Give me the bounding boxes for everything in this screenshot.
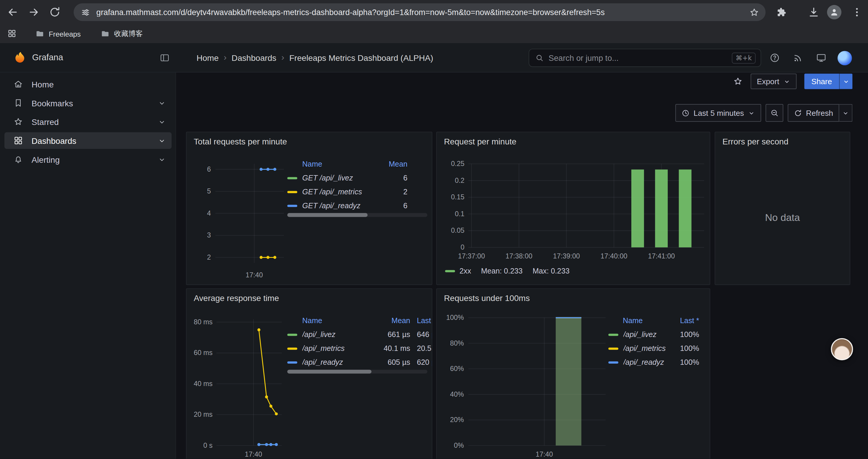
- dashboard-canvas: Export Share Last 5 minutes: [176, 72, 868, 459]
- series-stat: Mean: 0.233: [481, 267, 523, 275]
- bookmark-item[interactable]: Freeleaps: [31, 27, 85, 41]
- svg-text:0%: 0%: [454, 441, 464, 449]
- display-icon[interactable]: [816, 53, 827, 63]
- star-icon: [733, 76, 743, 87]
- chart-request-per-minute[interactable]: 0.250.20.150.10.05017:37:0017:38:0017:39…: [437, 132, 710, 285]
- legend-scrollbar[interactable]: [287, 213, 427, 217]
- news-rss-icon[interactable]: [793, 53, 803, 63]
- legend-col-header[interactable]: Last *: [410, 316, 432, 325]
- apps-shortcut-icon[interactable]: [7, 29, 17, 38]
- legend-row[interactable]: /api/_livez100%: [608, 328, 699, 341]
- extensions-icon[interactable]: [777, 7, 787, 17]
- zoom-out-button[interactable]: [766, 104, 783, 122]
- breadcrumb-dashboards[interactable]: Dashboards: [231, 53, 277, 62]
- browser-back-icon[interactable]: [6, 6, 19, 18]
- legend-scrollbar[interactable]: [287, 370, 427, 374]
- downloads-icon[interactable]: [808, 6, 820, 18]
- bell-icon: [13, 155, 23, 165]
- legend-inline[interactable]: 2xxMean: 0.233Max: 0.233: [445, 267, 569, 275]
- scrollbar-thumb[interactable]: [287, 213, 368, 217]
- legend-row[interactable]: GET /api/_metrics2: [287, 185, 407, 199]
- chevron-down-icon: [842, 109, 849, 117]
- browser-forward-icon[interactable]: [28, 6, 40, 18]
- svg-text:17:40: 17:40: [246, 271, 263, 279]
- chevron-down-icon: [843, 78, 850, 85]
- bookmark-label: 收藏博客: [114, 29, 143, 39]
- grafana-logo[interactable]: [13, 51, 27, 65]
- bookmark-icon: [13, 98, 23, 108]
- refresh-button[interactable]: Refresh: [788, 104, 839, 122]
- svg-text:6: 6: [207, 165, 211, 173]
- share-button[interactable]: Share: [804, 73, 839, 89]
- legend-col-header[interactable]: Mean: [379, 160, 407, 168]
- assistant-avatar[interactable]: [831, 338, 853, 360]
- panel-title[interactable]: Errors per second: [715, 132, 850, 151]
- legend-row[interactable]: /api/_metrics40.1 ms20.5 ms: [287, 341, 432, 355]
- svg-text:2: 2: [207, 254, 211, 261]
- sidebar-item-label: Home: [32, 79, 54, 89]
- sidebar-item-alerting[interactable]: Alerting: [4, 151, 172, 168]
- svg-text:4: 4: [207, 209, 211, 217]
- site-info-icon[interactable]: [81, 7, 90, 17]
- help-icon[interactable]: [769, 53, 780, 63]
- svg-text:80 ms: 80 ms: [194, 318, 213, 326]
- search-icon: [535, 54, 544, 62]
- sidebar-toggle-icon[interactable]: [159, 53, 170, 63]
- search-placeholder: Search or jump to...: [549, 54, 732, 62]
- breadcrumb-home[interactable]: Home: [196, 53, 219, 62]
- sidebar-item-home[interactable]: Home: [4, 76, 172, 93]
- search-input[interactable]: Search or jump to... ⌘+k: [529, 49, 761, 67]
- series-swatch: [287, 204, 297, 206]
- user-avatar[interactable]: [838, 51, 852, 65]
- panel-total-requests-per-minute: Total requests per minute 6543217:40 Nam…: [186, 132, 433, 285]
- browser-reload-icon[interactable]: [49, 6, 61, 18]
- url-bar[interactable]: grafana.mathmast.com/d/deytv4rwavabkb/fr…: [73, 3, 766, 21]
- series-value: 620 µs: [410, 358, 432, 366]
- apps-grid-icon: [13, 136, 23, 145]
- series-swatch: [608, 347, 618, 350]
- bookmark-star-icon[interactable]: [749, 7, 760, 18]
- legend-col-header[interactable]: Name: [287, 160, 378, 168]
- time-range-label: Last 5 minutes: [694, 108, 744, 117]
- legend-col-header[interactable]: Last *: [666, 316, 699, 325]
- legend-row[interactable]: /api/_metrics100%: [608, 341, 699, 355]
- bookmarks-bar: Freeleaps 收藏博客: [0, 24, 868, 43]
- export-button[interactable]: Export: [751, 73, 797, 89]
- legend-row[interactable]: /api/_readyz100%: [608, 355, 699, 369]
- refresh-interval-button[interactable]: [839, 104, 852, 122]
- series-swatch: [287, 361, 297, 363]
- sidebar-item-starred[interactable]: Starred: [4, 113, 172, 130]
- panel-average-response-time: Average response time 80 ms60 ms40 ms20 …: [186, 288, 433, 459]
- favorite-dashboard-button[interactable]: [733, 76, 743, 87]
- folder-icon: [35, 29, 44, 38]
- sidebar-item-label: Bookmarks: [32, 98, 73, 108]
- legend-row[interactable]: GET /api/_livez6: [287, 171, 407, 185]
- sidebar-item-label: Alerting: [32, 155, 60, 164]
- sidebar-item-bookmarks[interactable]: Bookmarks: [4, 95, 172, 111]
- bookmark-item[interactable]: 收藏博客: [96, 27, 147, 41]
- time-range-picker[interactable]: Last 5 minutes: [675, 104, 761, 122]
- legend-row[interactable]: /api/_readyz605 µs620 µs: [287, 355, 432, 369]
- legend-row[interactable]: /api/_livez661 µs646 µs: [287, 328, 432, 341]
- legend-row[interactable]: GET /api/_readyz6: [287, 199, 407, 213]
- nav-sidebar: Home Bookmarks Starred Dashboards Alerti…: [0, 72, 176, 459]
- series-name[interactable]: 2xx: [459, 267, 471, 275]
- browser-menu-icon[interactable]: [851, 6, 863, 18]
- legend-col-header[interactable]: Mean: [379, 316, 410, 325]
- svg-text:3: 3: [207, 231, 211, 239]
- refresh-label: Refresh: [806, 108, 833, 117]
- sidebar-item-dashboards[interactable]: Dashboards: [4, 132, 172, 149]
- browser-profile-avatar[interactable]: [827, 5, 841, 20]
- svg-text:0 s: 0 s: [203, 441, 212, 449]
- scrollbar-thumb[interactable]: [287, 370, 371, 374]
- breadcrumb: Home › Dashboards › Freeleaps Metrics Da…: [196, 43, 433, 72]
- series-name: /api/_livez: [302, 330, 379, 339]
- legend-table: NameLast */api/_livez100%/api/_metrics10…: [608, 314, 699, 369]
- series-name: /api/_readyz: [623, 358, 666, 366]
- share-label: Share: [811, 77, 832, 86]
- series-name: /api/_livez: [623, 330, 666, 339]
- share-menu-button[interactable]: [839, 73, 852, 89]
- panel-requests-under-100ms: Requests under 100ms 100%80%60%40%20%0%1…: [436, 288, 710, 459]
- legend-col-header[interactable]: Name: [287, 316, 379, 325]
- legend-col-header[interactable]: Name: [608, 316, 666, 325]
